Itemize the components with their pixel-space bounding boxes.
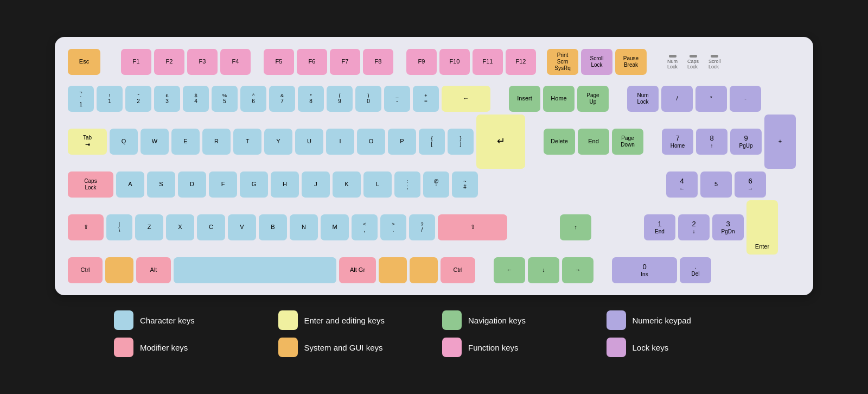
key-b[interactable]: B: [259, 214, 287, 240]
key-hash[interactable]: ~#: [452, 171, 478, 198]
key-shift-right[interactable]: ⇧: [438, 214, 507, 240]
key-f1[interactable]: F1: [121, 49, 151, 75]
key-scroll-lock-indicator[interactable]: ScrollLock: [581, 49, 612, 75]
key-1[interactable]: !1: [97, 86, 123, 112]
key-right-bracket[interactable]: }]: [448, 129, 474, 155]
key-up[interactable]: ↑: [560, 214, 591, 240]
key-numpad-slash[interactable]: /: [661, 86, 693, 112]
key-win-left[interactable]: [105, 257, 133, 283]
key-backspace[interactable]: ←: [442, 86, 490, 112]
key-page-down[interactable]: PageDown: [612, 129, 643, 155]
key-shift-left[interactable]: ⇧: [68, 214, 104, 240]
key-ctrl-right[interactable]: Ctrl: [441, 257, 475, 283]
key-7[interactable]: &7: [269, 86, 295, 112]
key-f7[interactable]: F7: [330, 49, 360, 75]
key-f2[interactable]: F2: [154, 49, 184, 75]
key-numpad-9[interactable]: 9PgUp: [730, 129, 762, 155]
key-numpad-enter[interactable]: Enter: [746, 200, 778, 255]
key-period[interactable]: >.: [380, 214, 406, 240]
key-f10[interactable]: F10: [439, 49, 470, 75]
key-p[interactable]: P: [388, 129, 416, 155]
key-5[interactable]: %5: [212, 86, 238, 112]
key-3[interactable]: £3: [154, 86, 180, 112]
key-esc[interactable]: Esc: [68, 49, 100, 75]
key-f5[interactable]: F5: [264, 49, 294, 75]
key-f12[interactable]: F12: [506, 49, 536, 75]
key-u[interactable]: U: [295, 129, 323, 155]
key-comma[interactable]: <,: [352, 214, 378, 240]
key-v[interactable]: V: [228, 214, 256, 240]
key-t[interactable]: T: [233, 129, 261, 155]
key-space[interactable]: [174, 257, 336, 283]
key-win-right[interactable]: [379, 257, 407, 283]
key-8[interactable]: *8: [298, 86, 324, 112]
key-d[interactable]: D: [178, 171, 206, 198]
key-slash[interactable]: ?/: [409, 214, 435, 240]
key-numpad-5[interactable]: 5: [700, 171, 732, 198]
key-end[interactable]: End: [578, 129, 609, 155]
key-down[interactable]: ↓: [528, 257, 559, 283]
key-j[interactable]: J: [302, 171, 330, 198]
key-z[interactable]: Z: [135, 214, 163, 240]
key-page-up[interactable]: PageUp: [577, 86, 609, 112]
key-menu[interactable]: [410, 257, 438, 283]
key-f11[interactable]: F11: [473, 49, 503, 75]
key-l[interactable]: L: [363, 171, 392, 198]
key-numpad-4[interactable]: 4←: [666, 171, 698, 198]
key-numpad-6[interactable]: 6→: [735, 171, 766, 198]
key-h[interactable]: H: [271, 171, 299, 198]
key-numpad-3[interactable]: 3PgDn: [712, 214, 744, 240]
key-equals[interactable]: +=: [413, 86, 439, 112]
key-numpad-1[interactable]: 1End: [644, 214, 675, 240]
key-f6[interactable]: F6: [297, 49, 327, 75]
key-n[interactable]: N: [290, 214, 318, 240]
key-backslash[interactable]: |\: [106, 214, 132, 240]
key-right[interactable]: →: [562, 257, 593, 283]
key-insert[interactable]: Insert: [509, 86, 540, 112]
key-2[interactable]: "2: [125, 86, 151, 112]
key-c[interactable]: C: [197, 214, 225, 240]
key-k[interactable]: K: [333, 171, 361, 198]
key-semicolon[interactable]: :;: [394, 171, 420, 198]
key-6[interactable]: ^6: [240, 86, 266, 112]
key-pause-break[interactable]: PauseBreak: [615, 49, 647, 75]
key-tab[interactable]: Tab⇥: [68, 129, 107, 155]
key-numpad-del[interactable]: .Del: [680, 257, 711, 283]
key-print-screen[interactable]: PrintScrnSysRq: [547, 49, 578, 75]
key-ctrl-left[interactable]: Ctrl: [68, 257, 103, 283]
key-left[interactable]: ←: [494, 257, 525, 283]
key-g[interactable]: G: [240, 171, 268, 198]
key-numpad-plus[interactable]: +: [764, 115, 796, 169]
key-delete[interactable]: Delete: [544, 129, 575, 155]
key-o[interactable]: O: [357, 129, 385, 155]
key-i[interactable]: I: [326, 129, 354, 155]
key-numpad-0[interactable]: 0Ins: [612, 257, 677, 283]
key-f8[interactable]: F8: [363, 49, 393, 75]
key-e[interactable]: E: [171, 129, 200, 155]
key-numpad-7[interactable]: 7Home: [662, 129, 693, 155]
key-backtick[interactable]: ¬`1: [68, 86, 94, 112]
key-r[interactable]: R: [202, 129, 231, 155]
key-left-bracket[interactable]: {[: [419, 129, 445, 155]
key-4[interactable]: $4: [183, 86, 209, 112]
key-apostrophe[interactable]: @': [423, 171, 449, 198]
key-x[interactable]: X: [166, 214, 194, 240]
key-m[interactable]: M: [321, 214, 349, 240]
key-numpad-minus[interactable]: -: [730, 86, 761, 112]
key-f9[interactable]: F9: [406, 49, 437, 75]
key-0[interactable]: )0: [355, 86, 381, 112]
key-numpad-asterisk[interactable]: *: [695, 86, 727, 112]
key-q[interactable]: Q: [110, 129, 138, 155]
key-a[interactable]: A: [116, 171, 144, 198]
key-minus[interactable]: _-: [384, 86, 410, 112]
key-num-lock[interactable]: NumLock: [627, 86, 659, 112]
key-f3[interactable]: F3: [187, 49, 218, 75]
key-alt-left[interactable]: Alt: [136, 257, 171, 283]
key-f[interactable]: F: [209, 171, 237, 198]
key-f4[interactable]: F4: [220, 49, 251, 75]
key-home[interactable]: Home: [543, 86, 575, 112]
key-9[interactable]: (9: [327, 86, 353, 112]
key-s[interactable]: S: [147, 171, 175, 198]
key-alt-gr[interactable]: Alt Gr: [339, 257, 376, 283]
key-numpad-8[interactable]: 8↑: [696, 129, 727, 155]
